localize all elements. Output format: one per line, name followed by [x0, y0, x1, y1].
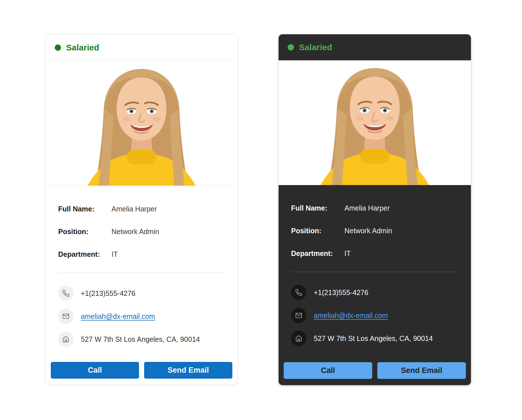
card-header: Salaried	[279, 34, 471, 60]
contact-row-email: ameliah@dx-email.com	[291, 308, 458, 323]
status-dot	[288, 44, 294, 50]
field-label: Full Name:	[58, 205, 111, 213]
divider	[58, 273, 225, 273]
field-row: Position: Network Admin	[58, 227, 225, 236]
status-badge: Salaried	[66, 43, 99, 52]
field-label: Position:	[58, 228, 111, 236]
employee-photo	[279, 60, 471, 185]
contact-row-address: 527 W 7th St Los Angeles, CA, 90014	[291, 331, 458, 346]
employee-details: Full Name: Amelia Harper Position: Netwo…	[46, 186, 237, 347]
address-text: 527 W 7th St Los Angeles, CA, 90014	[314, 334, 433, 343]
contact-row-phone: +1(213)555-4276	[58, 286, 225, 301]
employee-card-dark: Salaried Full Name: Amelia Harper Positi…	[279, 34, 471, 385]
status-dot	[55, 44, 61, 51]
field-value: Amelia Harper	[111, 205, 157, 213]
email-link[interactable]: ameliah@dx-email.com	[81, 312, 155, 321]
status-badge: Salaried	[299, 43, 332, 52]
email-link[interactable]: ameliah@dx-email.com	[314, 311, 388, 320]
employee-details: Full Name: Amelia Harper Position: Netwo…	[279, 185, 471, 346]
field-row: Department: IT	[291, 249, 458, 258]
field-row: Full Name: Amelia Harper	[291, 204, 458, 212]
field-label: Department:	[291, 249, 344, 258]
employee-photo	[46, 61, 237, 186]
field-value: IT	[344, 249, 351, 258]
phone-number: +1(213)555-4276	[314, 289, 369, 297]
send-email-button[interactable]: Send Email	[144, 362, 232, 379]
field-row: Position: Network Admin	[291, 226, 458, 235]
send-email-button[interactable]: Send Email	[377, 362, 466, 379]
contact-row-address: 527 W 7th St Los Angeles, CA, 90014	[58, 332, 225, 347]
card-header: Salaried	[46, 35, 237, 61]
phone-icon	[58, 286, 73, 301]
contact-row-phone: +1(213)555-4276	[291, 285, 458, 300]
field-label: Position:	[291, 227, 344, 235]
phone-icon	[291, 285, 306, 300]
field-value: Amelia Harper	[344, 204, 390, 212]
field-row: Department: IT	[58, 250, 225, 258]
field-value: IT	[111, 250, 118, 258]
address-text: 527 W 7th St Los Angeles, CA, 90014	[81, 335, 200, 343]
field-row: Full Name: Amelia Harper	[58, 205, 225, 213]
field-value: Network Admin	[111, 228, 159, 236]
card-actions: Call Send Email	[284, 362, 466, 379]
phone-number: +1(213)555-4276	[81, 289, 136, 298]
divider	[291, 272, 458, 272]
field-label: Full Name:	[291, 204, 344, 212]
employee-card-light: Salaried Full Name: Amelia Harper Positi…	[45, 34, 238, 385]
home-icon	[58, 332, 73, 347]
call-button[interactable]: Call	[51, 362, 139, 379]
mail-icon	[58, 309, 73, 324]
field-value: Network Admin	[344, 227, 392, 235]
field-label: Department:	[58, 250, 111, 258]
home-icon	[291, 331, 306, 346]
card-actions: Call Send Email	[51, 362, 232, 379]
call-button[interactable]: Call	[284, 362, 372, 379]
contact-row-email: ameliah@dx-email.com	[58, 309, 225, 324]
mail-icon	[291, 308, 306, 323]
